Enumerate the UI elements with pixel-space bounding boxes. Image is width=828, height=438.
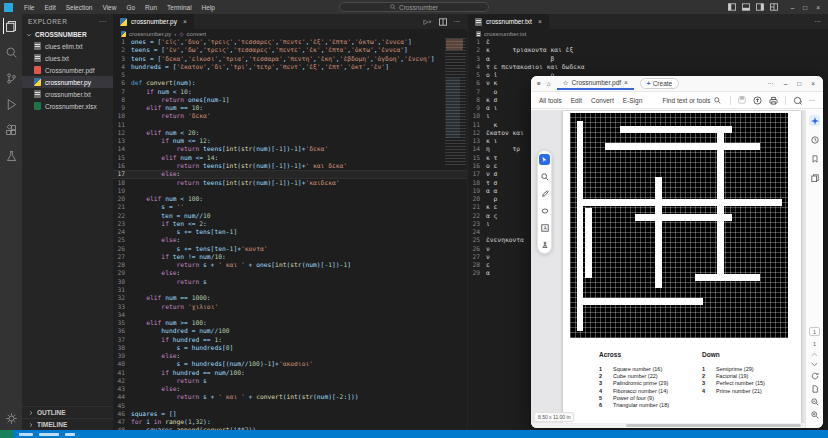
statusbar-item[interactable] [19,433,33,436]
share-upload-icon[interactable] [753,96,762,105]
page-thumbnails-icon[interactable] [809,172,820,183]
page-size-label: 8.50 x 11.00 in [534,412,574,422]
python-file-icon [121,31,126,37]
esign-menu[interactable]: E-Sign [623,97,643,104]
zoom-out-icon[interactable] [811,398,819,406]
convert-menu[interactable]: Convert [591,97,614,104]
line-number: 42 [113,377,131,385]
python-code-area[interactable]: 1ones = ['εἰς','δυο','τρεις','τεσσαρες',… [113,38,467,430]
more-actions-icon[interactable]: ··· [454,18,461,25]
run-python-file-button[interactable]: ▷˅ [424,18,432,26]
print-icon[interactable] [769,96,778,105]
all-tools-menu[interactable]: All tools [539,97,562,104]
timeline-section[interactable]: TIMELINE [22,418,113,430]
split-editor-icon[interactable] [439,18,447,26]
zoom-tool[interactable] [539,171,550,182]
menu-go[interactable]: Go [121,4,140,11]
toggle-panel-icon[interactable] [742,3,750,11]
find-text-button[interactable]: Find text or tools [662,97,720,104]
menu-terminal[interactable]: Terminal [162,4,197,11]
clue-item: 6Triangular number (18) [599,402,699,409]
testing-icon[interactable] [3,148,19,164]
line-number: 22 [113,212,131,220]
explorer-header: EXPLORER [28,18,67,25]
select-tool[interactable] [539,154,550,165]
file-clues-elim-txt[interactable]: clues elim.txt [22,40,113,52]
statusbar-item[interactable] [39,433,59,436]
file-clues-txt[interactable]: clues.txt [22,52,113,64]
create-button[interactable]: +Create [640,78,679,89]
acrobat-more-icon[interactable]: ··· [767,80,774,87]
recent-files-icon[interactable] [809,134,820,145]
more-actions-icon[interactable]: ··· [815,18,822,25]
close-tab-icon[interactable]: × [183,18,187,25]
acrobat-document-tab[interactable]: ☆ Crossnumber.pdf × [557,78,634,90]
breadcrumb[interactable]: crossnumber.txt [468,29,828,38]
customize-layout-icon[interactable] [770,3,778,11]
extensions-icon[interactable] [3,122,19,138]
rotate-page-icon[interactable] [811,372,819,380]
code-line: 4hundreds = ['ἑκατον','δι','τρι','τετρ',… [113,63,467,71]
maximize-button[interactable]: □ [803,4,807,11]
document-viewport[interactable]: Across 1Square number (16)2Cube number (… [531,110,805,428]
acrobat-minimize-button[interactable]: – [784,80,788,87]
acrobat-maximize-button[interactable]: □ [797,80,801,87]
annotate-pen-tool[interactable] [539,188,550,199]
file-crossnumber-xlsx[interactable]: Crossnumber.xlsx [22,100,113,112]
toggle-sidebar-icon[interactable] [728,3,736,11]
file-crossnumber-py[interactable]: crossnumber.py [22,76,113,88]
source-control-icon[interactable] [3,70,19,86]
toolbar-more-icon[interactable]: ··· [809,97,816,104]
zoom-in-icon[interactable] [811,411,819,419]
menu-help[interactable]: Help [197,4,220,11]
minimap[interactable] [445,38,466,166]
home-icon[interactable]: ⌂ [547,80,551,87]
code-line: 1ones = ['εἰς','δυο','τρεις','τεσσαρες',… [113,38,467,46]
bookmarks-icon[interactable] [809,153,820,164]
scrollbar-thumb[interactable] [626,424,801,427]
hamburger-menu-icon[interactable]: ≡ [537,80,541,87]
explorer-icon[interactable] [3,18,19,34]
share-icon[interactable] [793,96,802,105]
acrobat-toolbar: All tools Edit Convert E-Sign Find text … [531,92,823,109]
save-icon[interactable] [738,96,746,104]
file-crossnumber-txt[interactable]: crossnumber.txt [22,88,113,100]
close-document-icon[interactable]: × [624,79,628,86]
statusbar-item[interactable] [65,433,75,436]
search-icon[interactable] [3,44,19,60]
gear-icon[interactable] [3,410,19,426]
page-number-input[interactable]: 1 [809,327,820,336]
folder-crossnumber[interactable]: CROSSNUMBER [22,29,113,40]
explorer-more-actions[interactable]: ··· [99,18,107,25]
remote-indicator[interactable] [0,430,13,438]
toggle-secondary-sidebar-icon[interactable] [756,3,764,11]
tab-crossnumber-py[interactable]: crossnumber.py × [113,14,195,29]
highlight-tool[interactable] [539,205,550,216]
ai-assistant-icon[interactable] [809,115,820,126]
tab-crossnumber-txt[interactable]: crossnumber.txt × [468,14,550,29]
outline-section[interactable]: OUTLINE [22,406,113,418]
menu-edit[interactable]: Edit [39,4,60,11]
file-crossnumber-pdf[interactable]: Crossnumber.pdf [22,64,113,76]
acrobat-close-button[interactable]: × [811,80,815,87]
add-text-tool[interactable]: A [539,222,550,233]
horizontal-scrollbar[interactable] [531,423,805,428]
stamp-tool[interactable] [539,239,550,250]
menu-run[interactable]: Run [140,4,162,11]
next-page-icon[interactable] [811,362,818,367]
run-and-debug-icon[interactable] [3,96,19,112]
breadcrumb[interactable]: crossnumber.py › ◇ convert [113,29,467,38]
fit-page-icon[interactable] [811,385,819,393]
command-center-search[interactable]: Crossnumber [339,2,489,12]
menu-file[interactable]: File [19,4,39,11]
star-icon[interactable]: ☆ [563,79,569,87]
code-line: 23 if ten <= 2: [113,220,467,228]
code-text: return 'δεκα' [131,112,211,120]
previous-page-icon[interactable] [811,352,818,357]
minimize-button[interactable]: – [791,4,795,11]
close-button[interactable]: × [816,4,820,11]
menu-selection[interactable]: Selection [61,4,98,11]
menu-view[interactable]: View [97,4,121,11]
edit-menu[interactable]: Edit [571,97,582,104]
close-tab-icon[interactable]: × [538,18,542,25]
